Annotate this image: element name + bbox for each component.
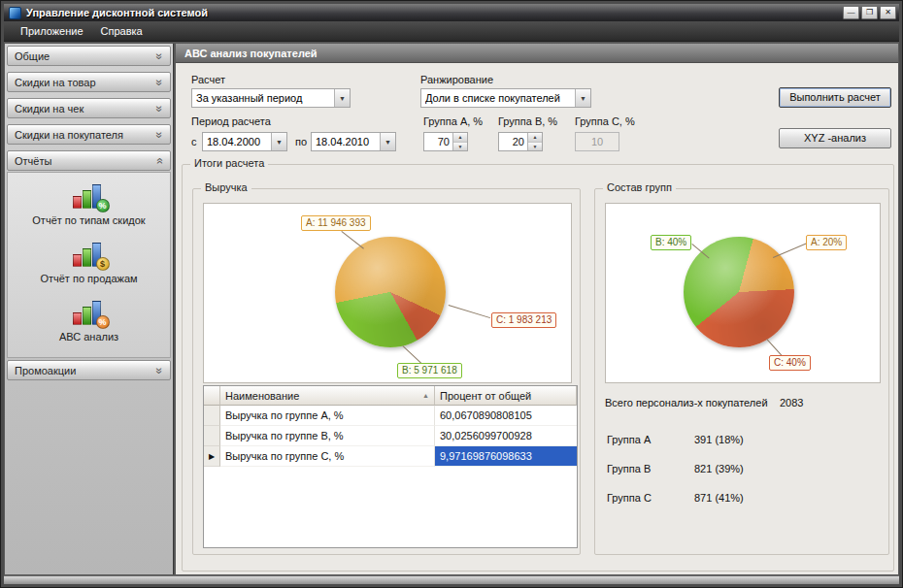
revenue-pie [335, 237, 446, 347]
groups-title: Состав групп [603, 181, 676, 193]
chevron-down-icon[interactable]: ▼ [334, 89, 350, 107]
window-title: Управление дисконтной системой [26, 7, 841, 18]
spinner-buttons[interactable]: ▲ ▼ [452, 133, 467, 150]
pie-label-a: A: 11 946 393 [301, 215, 371, 231]
row-selector[interactable] [204, 406, 220, 426]
table-header-row: Наименование ▲ Процент от общей [204, 386, 577, 406]
sidebar-item-product-discounts[interactable]: Скидки на товар » [7, 72, 171, 92]
run-calculation-button[interactable]: Выполнить расчет [779, 87, 891, 108]
bar-chart-dollar-icon: $ [71, 239, 108, 268]
main-panel: АВС анализ покупателей Расчет За указанн… [176, 44, 898, 574]
ranking-dropdown[interactable]: Доли в списке покупателей ▼ [420, 88, 591, 108]
column-header-name[interactable]: Наименование ▲ [220, 386, 435, 406]
groups-pie [684, 237, 794, 347]
calc-mode-dropdown[interactable]: За указанный период ▼ [191, 88, 351, 108]
group-c-label: Группа C, % [575, 115, 635, 127]
bar-chart-percent-icon: % [71, 297, 108, 326]
app-body: Общие » Скидки на товар » Скидки на чек … [4, 42, 899, 575]
revenue-table: Наименование ▲ Процент от общей Выручка … [203, 385, 578, 548]
chevron-down-icon[interactable]: ▼ [575, 89, 590, 107]
reports-panel: % Отчёт по типам скидок $ Отчёт по прода… [7, 172, 171, 358]
chevron-down-icon[interactable]: ▼ [271, 133, 286, 150]
sidebar-item-customer-discounts[interactable]: Скидки на покупателя » [7, 124, 171, 145]
date-from-value: 18.04.2000 [207, 136, 271, 147]
sidebar-item-promotions[interactable]: Промоакции » [7, 360, 171, 380]
maximize-button[interactable]: ❒ [861, 6, 878, 19]
spin-up-icon[interactable]: ▲ [528, 133, 542, 143]
bar-green [83, 190, 91, 209]
xyz-analysis-button[interactable]: XYZ -анализ [779, 128, 891, 148]
bar-green [83, 248, 91, 267]
sidebar-item-receipt-discounts[interactable]: Скидки на чек » [7, 98, 171, 118]
menu-item-application[interactable]: Приложение [12, 23, 92, 39]
row-value-cell: 9,97169876098633 [435, 446, 577, 467]
from-label: с [191, 136, 197, 147]
minimize-button[interactable]: — [843, 6, 859, 19]
sidebar-item-reports[interactable]: Отчёты » [7, 150, 171, 171]
sidebar-item-label: Скидки на чек [15, 103, 84, 114]
window-bottom-frame [4, 575, 899, 584]
groups-pie-chart: B: 40% A: 20% C: 40% [605, 203, 881, 383]
group-b-input[interactable] [499, 133, 527, 150]
ranking-value: Доли в списке покупателей [425, 92, 575, 104]
group-b-row-label: Группа B [607, 463, 651, 474]
chevron-down-icon: » [155, 131, 165, 138]
dollar-badge-icon: $ [96, 257, 110, 271]
callout-line [341, 231, 363, 249]
bar-green [83, 307, 91, 325]
sidebar-item-general[interactable]: Общие » [7, 46, 171, 66]
chevron-down-icon[interactable]: ▼ [380, 133, 395, 150]
period-label: Период расчета [191, 115, 271, 127]
group-a-row-value: 391 (18%) [694, 434, 744, 445]
spin-down-icon[interactable]: ▼ [453, 143, 467, 151]
date-from-picker[interactable]: 18.04.2000 ▼ [202, 132, 287, 151]
table-row[interactable]: Выручка по группе B, % 30,0256099700928 [204, 426, 577, 446]
results-groupbox: Итоги расчета Выручка A: 11 946 393 C: 1… [182, 164, 894, 572]
row-selector[interactable] [204, 426, 220, 446]
group-a-stepper[interactable]: ▲ ▼ [423, 132, 468, 151]
row-selector[interactable]: ▶ [204, 446, 220, 467]
menu-item-help[interactable]: Справка [92, 23, 151, 39]
row-value-cell: 30,0256099700928 [435, 426, 577, 446]
bar-red [73, 254, 82, 267]
report-item-discount-types[interactable]: % Отчёт по типам скидок [8, 180, 170, 226]
pie-label-b: B: 5 971 618 [397, 363, 462, 378]
group-b-stepper[interactable]: ▲ ▼ [498, 132, 543, 151]
title-bar: Управление дисконтной системой — ❒ ✕ [4, 4, 899, 21]
row-name-cell: Выручка по группе A, % [220, 406, 435, 426]
group-c-row-label: Группа C [607, 492, 652, 504]
row-name-cell: Выручка по группе C, % [220, 446, 435, 467]
group-a-input[interactable] [424, 133, 452, 150]
percent-badge-icon: % [96, 315, 110, 329]
percent-badge-icon: % [96, 199, 110, 212]
sort-ascending-icon: ▲ [422, 392, 429, 399]
report-item-label: Отчёт по типам скидок [32, 214, 145, 226]
pie-label-c: C: 40% [769, 355, 811, 371]
page-title: АВС анализ покупателей [176, 44, 898, 63]
spin-up-icon[interactable]: ▲ [453, 133, 467, 143]
column-header-label: Наименование [225, 390, 299, 402]
bar-red [73, 196, 82, 209]
callout-line [402, 345, 421, 364]
spin-down-icon[interactable]: ▼ [528, 143, 542, 151]
report-item-label: Отчёт по продажам [40, 273, 137, 284]
column-header-label: Процент от общей [440, 390, 531, 402]
table-row[interactable]: Выручка по группе A, % 60,0670890808105 [204, 406, 577, 426]
calc-mode-value: За указанный период [196, 92, 334, 104]
callout-line [773, 244, 806, 258]
sidebar-item-label: Скидки на покупателя [15, 129, 123, 141]
chevron-down-icon: » [155, 52, 165, 59]
report-item-abc-analysis[interactable]: % АВС анализ [8, 297, 170, 343]
date-to-value: 18.04.2010 [316, 136, 380, 147]
column-header-percent[interactable]: Процент от общей [435, 386, 577, 406]
date-to-picker[interactable]: 18.04.2010 ▼ [311, 132, 396, 151]
spinner-buttons[interactable]: ▲ ▼ [527, 133, 542, 150]
sidebar-item-label: Скидки на товар [15, 77, 96, 88]
sidebar-item-label: Общие [15, 50, 50, 62]
chevron-down-icon: » [155, 79, 165, 85]
pie-label-c: C: 1 983 213 [491, 312, 556, 328]
table-row-selected[interactable]: ▶ Выручка по группе C, % 9,9716987609863… [204, 446, 577, 467]
group-a-row-label: Группа A [607, 434, 651, 445]
report-item-sales[interactable]: $ Отчёт по продажам [8, 239, 170, 284]
close-button[interactable]: ✕ [880, 6, 896, 19]
